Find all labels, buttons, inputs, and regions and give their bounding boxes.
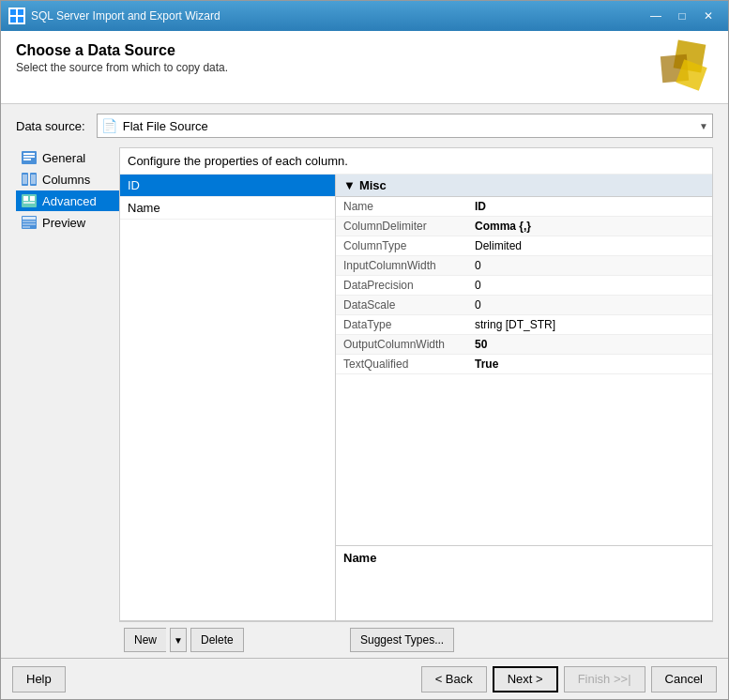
- svg-rect-20: [23, 226, 30, 228]
- back-button[interactable]: < Back: [421, 666, 487, 692]
- main-panel: General Columns: [1, 147, 728, 658]
- page-subtitle: Select the source from which to copy dat…: [16, 61, 228, 74]
- close-button[interactable]: ✕: [696, 7, 721, 25]
- preview-label: Preview: [42, 216, 85, 230]
- column-item-id-label: ID: [128, 178, 140, 192]
- prop-key: TextQualified: [336, 355, 467, 374]
- configure-description: Configure the properties of each column.: [120, 148, 712, 175]
- prop-key: DataScale: [336, 296, 467, 315]
- prop-value: string [DT_STR]: [467, 315, 712, 335]
- right-panel: Configure the properties of each column.…: [119, 147, 713, 658]
- sidebar-item-general[interactable]: General: [16, 147, 119, 168]
- svg-rect-18: [23, 221, 36, 222]
- svg-rect-15: [23, 202, 35, 204]
- prop-value: 0: [467, 296, 712, 315]
- datasource-icon: 📄: [101, 118, 117, 133]
- datasource-row: Data source: 📄 Flat File Source ▼: [1, 104, 728, 147]
- general-label: General: [42, 151, 85, 165]
- column-list: ID Name: [120, 175, 336, 220]
- advanced-icon: [21, 193, 38, 208]
- prop-key: ColumnType: [336, 236, 467, 256]
- svg-rect-3: [18, 17, 23, 23]
- new-button[interactable]: New: [124, 628, 166, 652]
- help-button[interactable]: Help: [12, 666, 66, 692]
- header: Choose a Data Source Select the source f…: [1, 31, 728, 104]
- column-item-name-label: Name: [128, 201, 160, 215]
- window-title: SQL Server Import and Export Wizard: [31, 9, 644, 23]
- column-action-buttons: New ▼ Delete Suggest Types...: [119, 621, 713, 658]
- properties-table: NameIDColumnDelimiterComma {,}ColumnType…: [336, 197, 712, 374]
- bottom-bar: Help < Back Next > Finish >>| Cancel: [1, 658, 728, 699]
- column-item-id[interactable]: ID: [120, 175, 335, 197]
- columns-label: Columns: [42, 173, 90, 187]
- misc-section: ▼ Misc NameIDColumnDelimiterComma {,}Col…: [336, 175, 712, 545]
- page-title: Choose a Data Source: [16, 42, 228, 59]
- svg-rect-10: [23, 175, 27, 184]
- prop-key: DataType: [336, 315, 467, 335]
- prop-value: ID: [467, 197, 712, 217]
- config-panel: Configure the properties of each column.…: [119, 147, 713, 621]
- svg-rect-11: [31, 175, 36, 184]
- navigation-buttons: < Back Next > Finish >>| Cancel: [421, 666, 717, 692]
- misc-section-header: ▼ Misc: [336, 175, 712, 197]
- wizard-logo: [657, 42, 713, 94]
- svg-rect-13: [23, 196, 28, 201]
- content-area: Data source: 📄 Flat File Source ▼: [1, 104, 728, 658]
- sidebar-item-advanced[interactable]: Advanced: [16, 190, 119, 211]
- prop-value: Delimited: [467, 236, 712, 256]
- prop-key: ColumnDelimiter: [336, 217, 467, 236]
- maximize-button[interactable]: □: [670, 7, 694, 25]
- next-button[interactable]: Next >: [493, 666, 558, 692]
- svg-rect-7: [23, 159, 31, 160]
- window-controls: — □ ✕: [644, 7, 721, 25]
- svg-rect-0: [10, 9, 16, 15]
- prop-key: OutputColumnWidth: [336, 335, 467, 355]
- cancel-button[interactable]: Cancel: [651, 666, 717, 692]
- sidebar-item-columns[interactable]: Columns: [16, 169, 119, 190]
- collapse-icon: ▼: [343, 178, 356, 192]
- svg-rect-14: [30, 196, 35, 201]
- minimize-button[interactable]: —: [644, 7, 668, 25]
- columns-icon: [21, 172, 38, 187]
- header-left: Choose a Data Source Select the source f…: [16, 42, 228, 74]
- sidebar-item-preview[interactable]: Preview: [16, 212, 119, 233]
- delete-button[interactable]: Delete: [190, 628, 244, 652]
- prop-value: True: [467, 355, 712, 374]
- name-description-panel: Name: [336, 545, 712, 620]
- prop-key: InputColumnWidth: [336, 256, 467, 276]
- column-item-name[interactable]: Name: [120, 197, 335, 220]
- datasource-dropdown[interactable]: 📄 Flat File Source ▼: [97, 114, 713, 138]
- title-bar: SQL Server Import and Export Wizard — □ …: [1, 1, 728, 31]
- prop-value: 50: [467, 335, 712, 355]
- datasource-value: Flat File Source: [123, 119, 699, 133]
- svg-rect-1: [18, 9, 23, 15]
- prop-key: Name: [336, 197, 467, 217]
- window-icon: [8, 8, 25, 24]
- main-window: SQL Server Import and Export Wizard — □ …: [0, 0, 729, 700]
- finish-button[interactable]: Finish >>|: [564, 666, 645, 692]
- left-navigation: General Columns: [16, 147, 119, 658]
- svg-rect-6: [23, 156, 35, 158]
- svg-rect-2: [10, 17, 16, 23]
- suggest-types-button[interactable]: Suggest Types...: [350, 628, 454, 652]
- new-dropdown-arrow[interactable]: ▼: [170, 628, 187, 652]
- prop-value: 0: [467, 276, 712, 296]
- advanced-label: Advanced: [42, 194, 97, 208]
- prop-value: Comma {,}: [467, 217, 712, 236]
- prop-value: 0: [467, 256, 712, 276]
- general-icon: [21, 150, 38, 165]
- dropdown-arrow-icon: ▼: [699, 121, 708, 131]
- columns-and-properties: ID Name ▼: [120, 175, 712, 620]
- svg-rect-5: [23, 153, 35, 155]
- svg-rect-17: [23, 217, 36, 220]
- preview-icon: [21, 215, 38, 230]
- column-list-wrapper: ID Name: [120, 175, 336, 620]
- prop-key: DataPrecision: [336, 276, 467, 296]
- misc-section-title: Misc: [359, 178, 387, 192]
- properties-panel: ▼ Misc NameIDColumnDelimiterComma {,}Col…: [336, 175, 712, 620]
- svg-rect-19: [23, 223, 36, 225]
- datasource-label: Data source:: [16, 119, 85, 133]
- name-panel-title: Name: [343, 551, 705, 565]
